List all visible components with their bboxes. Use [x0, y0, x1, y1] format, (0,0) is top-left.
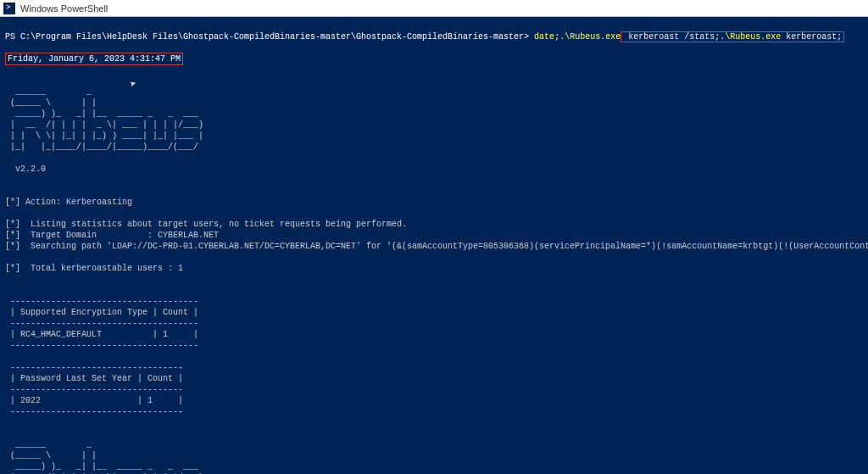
table1-sep: -------------------------------------	[5, 341, 198, 350]
table2-sep: ----------------------------------	[5, 407, 183, 416]
highlight-args1: kerberoast /stats;.\Rubeus.exe kerberoas…	[620, 31, 844, 42]
table1-sep: -------------------------------------	[5, 319, 198, 328]
table2-sep: ----------------------------------	[5, 385, 183, 394]
cmd-date: date	[534, 32, 554, 42]
mouse-cursor-icon: ➤	[129, 79, 137, 91]
highlight-date-output: Friday, January 6, 2023 4:31:47 PM	[5, 53, 183, 65]
window-title: Windows PowerShell	[20, 3, 108, 14]
terminal-output[interactable]: PS C:\Program Files\HelpDesk Files\Ghost…	[0, 17, 868, 474]
table2-header: | Password Last Set Year | Count |	[5, 374, 183, 383]
searching-line: [*] Searching path 'LDAP://DC-PRD-01.CYB…	[5, 242, 868, 251]
version-label: v2.2.0	[15, 165, 46, 174]
listing-line: [*] Listing statistics about target user…	[5, 220, 407, 229]
table1-sep: -------------------------------------	[5, 297, 198, 306]
prompt-path: PS C:\Program Files\HelpDesk Files\Ghost…	[5, 32, 534, 42]
powershell-icon	[3, 3, 15, 14]
action-line: [*] Action: Kerberoasting	[5, 198, 132, 207]
table1-row: | RC4_HMAC_DEFAULT | 1 |	[5, 330, 198, 339]
total-users-line: [*] Total kerberoastable users : 1	[5, 264, 183, 273]
rubeus-ascii-logo: ______ _ (_____ \ | | _____) )_ _| |__ _…	[5, 87, 203, 152]
table2-sep: ----------------------------------	[5, 363, 183, 372]
table1-header: | Supported Encryption Type | Count |	[5, 308, 198, 317]
window-titlebar[interactable]: Windows PowerShell	[0, 0, 868, 17]
table2-row: | 2022 | 1 |	[5, 396, 183, 405]
rubeus-ascii-logo-2: ______ _ (_____ \ | | _____) )_ _| |__ _…	[5, 440, 203, 474]
cmd-rubeus1: .\Rubeus.exe	[559, 32, 620, 42]
target-domain-line: [*] Target Domain : CYBERLAB.NET	[5, 231, 219, 240]
